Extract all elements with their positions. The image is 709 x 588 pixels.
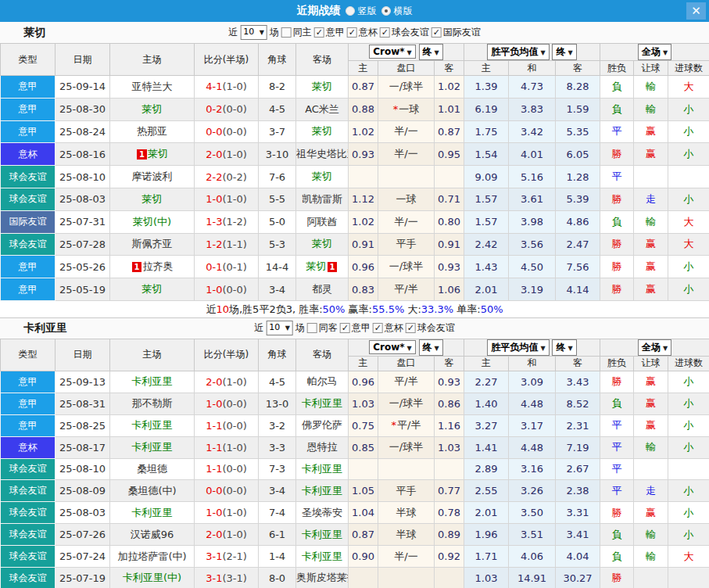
checkbox-label: 意甲 [352, 321, 371, 335]
match-row: 国际友谊25-07-31莱切(中)1-3(1-2)5-0阿联酋1.02半/一0.… [1, 210, 709, 233]
fulltime-score: 1-1 [206, 420, 222, 432]
euro-home-odds-cell: 1.57 [464, 188, 509, 210]
asian-away-odds-cell: 0.71 [435, 188, 464, 210]
odds-time-select[interactable]: 终▼ [419, 339, 443, 356]
match-row: 意杯25-08-161莱切2-0(1-0)3-10祖华史塔比亚0.93半/一0.… [1, 143, 709, 166]
halftime-score: (0-0) [222, 485, 246, 497]
asian-home-odds-cell: 0.87 [349, 76, 378, 99]
team-name-text: 佛罗伦萨 [302, 419, 342, 431]
scope-select[interactable]: 全场▼ [638, 339, 671, 356]
score-cell: 2-0(1-0) [195, 371, 259, 393]
same-venue-checkbox[interactable]: 同主 [281, 26, 312, 39]
asian-line-cell: *一球 [378, 98, 435, 120]
asian-line-cell: 半/一 [378, 210, 435, 233]
team-name-text: 莱切 [142, 193, 163, 205]
goals-result-cell: 小 [668, 524, 709, 546]
match-row: 意甲25-09-13卡利亚里2-0(1-0)4-5帕尔马0.96平/半0.932… [1, 371, 709, 393]
corner-cell: 4-5 [259, 98, 296, 120]
euro-home-odds-cell: 6.19 [464, 98, 509, 120]
euro-time-select[interactable]: 终▼ [552, 44, 576, 60]
score-cell: 0-0(0-0) [195, 480, 259, 502]
asian-line-cell: 平手 [378, 480, 435, 502]
home-team-cell: 卡利亚里 [110, 371, 195, 393]
match-row: 意甲25-08-25卡利亚里1-1(0-0)3-2佛罗伦萨0.75*平/半1.1… [1, 414, 709, 436]
away-team-cell: 圣埃蒂安 [296, 502, 349, 524]
league-type-cell: 球会友谊 [1, 166, 56, 188]
league-checkbox[interactable]: ✓国际友谊 [431, 26, 481, 39]
euro-odds-header: 胜平负均值▼ 终▼ [464, 339, 600, 356]
score-cell: 1-0(0-0) [195, 278, 259, 301]
goals-result-text: 小 [684, 485, 694, 497]
corner-cell: 13-0 [259, 393, 296, 414]
halftime-score: (1-0) [222, 193, 246, 205]
league-checkbox[interactable]: ✓意甲 [340, 321, 371, 335]
odds-provider-select[interactable]: Crow*▼ [369, 340, 416, 354]
layout-radio-horizontal[interactable]: 横版 [381, 5, 413, 18]
euro-draw-odds-cell: 3.61 [509, 188, 556, 210]
odds-time-select[interactable]: 终▼ [419, 44, 443, 60]
goals-result-cell: 小 [668, 120, 709, 143]
euro-home-odds-cell: 1.39 [464, 76, 509, 99]
score-cell: 1-3(1-2) [195, 210, 259, 233]
corner-cell: 5-3 [259, 233, 296, 256]
score-cell: 4-1(1-0) [195, 76, 259, 99]
checkbox-icon [307, 323, 317, 333]
team-name-text: 卡利亚里(中) [123, 572, 181, 583]
same-venue-checkbox[interactable]: 同客 [307, 321, 338, 335]
scope-header: 全场▼ [600, 44, 709, 61]
goals-result-text: 小 [684, 375, 694, 387]
euro-draw-odds-cell: 4.06 [509, 546, 556, 568]
euro-away-odds-cell: 2.38 [556, 480, 600, 502]
fulltime-score: 1-0 [206, 193, 222, 205]
league-checkbox[interactable]: ✓意甲 [314, 26, 345, 39]
euro-draw-odds-cell: 4.01 [509, 143, 556, 166]
halftime-score: (1-0) [222, 507, 246, 518]
close-icon: ✕ [691, 4, 701, 18]
corner-cell: 7-6 [259, 166, 296, 188]
team-name: 莱切 [23, 26, 45, 40]
checkbox-icon: ✓ [340, 323, 350, 333]
halftime-score: (0-0) [222, 103, 246, 115]
date-cell: 25-07-28 [56, 233, 110, 256]
match-row: 球会友谊25-07-28斯佩齐亚1-2(1-1)5-3莱切0.91平手0.912… [1, 233, 709, 256]
handicap-result-text: 赢 [646, 125, 656, 137]
goals-result-cell: 小 [668, 256, 709, 278]
asian-line-cell: 一球 [378, 188, 435, 210]
team-name-text: 卡利亚里 [132, 507, 173, 518]
handicap-result-text: 赢 [646, 507, 656, 518]
result-cell: 負 [600, 524, 634, 546]
scope-select[interactable]: 全场▼ [638, 44, 671, 60]
asian-line-cell: 半球 [378, 502, 435, 524]
asian-home-odds-cell: 0.87 [349, 524, 378, 546]
date-cell: 25-08-24 [56, 120, 110, 143]
euro-avg-select[interactable]: 胜平负均值▼ [487, 44, 549, 60]
layout-radio-vertical[interactable]: 竖版 [346, 5, 377, 18]
league-checkbox[interactable]: ✓球会友谊 [380, 26, 429, 39]
euro-time-select[interactable]: 终▼ [552, 339, 576, 356]
team-name-text: 帕尔马 [307, 375, 338, 387]
match-row: 意甲25-08-31那不勒斯1-0(0-0)13-0卡利亚里1.03一/球半0.… [1, 393, 709, 414]
header-asian-line: 盘口 [378, 61, 435, 76]
team-name-text: 斯佩齐亚 [132, 238, 173, 249]
close-button[interactable]: ✕ [686, 2, 706, 20]
goals-result-text: 小 [684, 397, 694, 409]
league-checkbox[interactable]: ✓意杯 [347, 26, 378, 39]
section-header: 卡利亚里 近10 ▼场同客✓意甲✓意杯✓球会友谊 [0, 317, 709, 339]
euro-avg-select[interactable]: 胜平负均值▼ [487, 339, 549, 356]
asian-line-cell [378, 458, 435, 480]
result-text: 負 [612, 529, 622, 540]
league-type-cell: 球会友谊 [1, 567, 56, 588]
league-checkbox[interactable]: ✓意杯 [373, 321, 403, 335]
euro-home-odds-cell: 1.41 [464, 436, 509, 458]
league-checkbox[interactable]: ✓球会友谊 [406, 321, 455, 335]
league-type-cell: 意甲 [1, 414, 56, 436]
match-count-select[interactable]: 10 ▼ [240, 25, 267, 40]
match-row: 意杯25-08-17卡利亚里1-1(1-0)3-3恩特拉0.85一/球半1.03… [1, 436, 709, 458]
score-cell: 2-0(1-0) [195, 143, 259, 166]
euro-away-odds-cell: 3.43 [556, 371, 600, 393]
match-count-select[interactable]: 10 ▼ [266, 321, 293, 335]
odds-provider-select[interactable]: Crow*▼ [369, 45, 416, 59]
chevron-down-icon: ▼ [260, 29, 264, 36]
changed-line-star: * [392, 419, 397, 431]
home-team-cell: 加拉塔萨雷(中) [110, 546, 195, 568]
